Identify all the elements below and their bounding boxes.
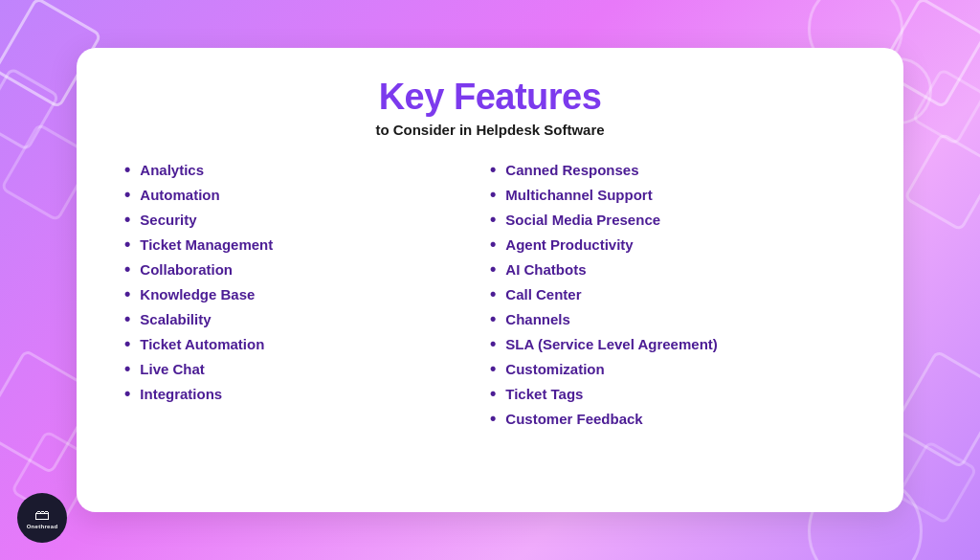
features-grid: AnalyticsAutomationSecurityTicket Manage…: [124, 157, 856, 431]
card-header: Key Features to Consider in Helpdesk Sof…: [124, 77, 856, 138]
main-card: Key Features to Consider in Helpdesk Sof…: [77, 48, 903, 512]
list-item: Scalability: [124, 306, 490, 331]
logo-icon: 🗃: [34, 507, 50, 523]
list-item: Collaboration: [124, 257, 490, 281]
list-item: Knowledge Base: [124, 281, 490, 306]
list-item: Integrations: [124, 381, 490, 406]
page-title: Key Features: [124, 77, 856, 118]
list-item: Call Center: [490, 281, 856, 306]
list-item: Ticket Tags: [490, 381, 856, 406]
list-item: Multichannel Support: [490, 182, 856, 207]
left-feature-list: AnalyticsAutomationSecurityTicket Manage…: [124, 157, 490, 431]
right-feature-list: Canned ResponsesMultichannel SupportSoci…: [490, 157, 856, 431]
logo-badge: 🗃 Onethread: [17, 493, 67, 543]
list-item: Agent Productivity: [490, 232, 856, 257]
page-subtitle: to Consider in Helpdesk Software: [124, 122, 856, 138]
list-item: Canned Responses: [490, 157, 856, 182]
list-item: SLA (Service Level Agreement): [490, 331, 856, 356]
list-item: Ticket Automation: [124, 331, 490, 356]
list-item: Ticket Management: [124, 232, 490, 257]
list-item: Analytics: [124, 157, 490, 182]
list-item: Customer Feedback: [490, 406, 856, 431]
list-item: Channels: [490, 306, 856, 331]
list-item: Customization: [490, 356, 856, 381]
list-item: Security: [124, 207, 490, 232]
list-item: Automation: [124, 182, 490, 207]
logo-text: Onethread: [27, 524, 58, 529]
list-item: Social Media Presence: [490, 207, 856, 232]
list-item: AI Chatbots: [490, 257, 856, 281]
list-item: Live Chat: [124, 356, 490, 381]
